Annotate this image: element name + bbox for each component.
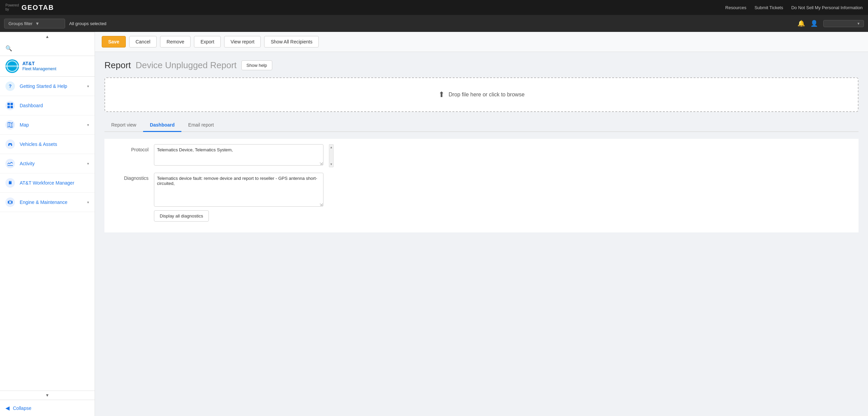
chevron-down-icon: ▼	[35, 21, 40, 26]
protocol-field-row: Protocol Telematics Device, Telematics S…	[104, 144, 859, 167]
tab-report-view[interactable]: Report view	[104, 119, 143, 132]
content-area: Report Device Unplugged Report Show help…	[95, 52, 868, 416]
svg-marker-4	[7, 122, 13, 128]
top-nav-links: Resources Submit Tickets Do Not Sell My …	[725, 5, 863, 10]
display-all-diagnostics-button[interactable]: Display all diagnostics	[154, 210, 209, 222]
att-logo-icon	[5, 59, 19, 73]
svg-rect-3	[11, 106, 13, 108]
sidebar-item-label: Engine & Maintenance	[20, 200, 82, 205]
sidebar-item-label: Dashboard	[20, 103, 89, 108]
sidebar-item-label: Getting Started & Help	[20, 83, 82, 89]
workforce-icon	[5, 178, 15, 188]
chevron-down-icon: ▾	[87, 84, 89, 89]
sidebar-item-getting-started[interactable]: ? Getting Started & Help ▾	[0, 77, 95, 96]
collapse-button[interactable]: ◀ Collapse	[0, 400, 95, 416]
protocol-textarea[interactable]: Telematics Device, Telematics System,	[154, 144, 323, 166]
sidebar-item-dashboard[interactable]: Dashboard	[0, 96, 95, 115]
vehicles-icon	[5, 139, 15, 149]
diagnostics-input-area: Telematics device fault: remove device a…	[154, 173, 323, 222]
protocol-label: Protocol	[108, 144, 149, 152]
cancel-button[interactable]: Cancel	[129, 36, 157, 48]
geotab-logo: GEOTAB	[21, 4, 54, 12]
groups-filter-bar: Groups filter ▼ All groups selected 🔔 👤 …	[0, 15, 868, 32]
scroll-down-icon: ▼	[330, 163, 333, 166]
scroll-up-icon: ▲	[330, 146, 333, 149]
sidebar-item-label: AT&T Workforce Manager	[20, 180, 89, 186]
groups-selected-text: All groups selected	[69, 21, 106, 26]
svg-point-8	[11, 145, 12, 146]
svg-rect-2	[7, 106, 10, 108]
resources-link[interactable]: Resources	[725, 5, 746, 10]
resize-handle-icon: ⤡	[319, 162, 322, 165]
brand-text-area: AT&T Fleet Management	[22, 60, 56, 72]
sidebar-scroll-up-button[interactable]: ▲	[0, 32, 95, 41]
page-subtitle: Device Unplugged Report	[136, 60, 237, 71]
svg-rect-13	[12, 201, 13, 204]
powered-by-text: Poweredby	[5, 3, 19, 12]
chevron-down-icon: ▼	[857, 22, 860, 25]
user-dropdown-button[interactable]: ▼	[823, 20, 864, 27]
map-icon	[5, 120, 15, 130]
show-all-recipients-button[interactable]: Show All Recipients	[264, 36, 319, 48]
svg-rect-1	[11, 103, 13, 105]
groups-filter-label: Groups filter	[8, 21, 33, 26]
sidebar-item-activity[interactable]: Activity ▾	[0, 154, 95, 173]
notification-bell-icon[interactable]: 🔔	[797, 20, 805, 27]
view-report-button[interactable]: View report	[224, 36, 261, 48]
collapse-label: Collapse	[13, 405, 31, 411]
file-drop-zone[interactable]: ⬆ Drop file here or click to browse	[104, 77, 859, 112]
engine-icon	[5, 197, 15, 207]
collapse-arrow-icon: ◀	[5, 405, 9, 411]
sidebar: ▲ 🔍 AT&T Fleet Management ? Getting Star…	[0, 32, 95, 416]
user-profile-icon[interactable]: 👤	[810, 20, 818, 27]
diagnostics-label: Diagnostics	[108, 173, 149, 181]
page-header: Report Device Unplugged Report Show help	[104, 60, 859, 71]
diagnostics-textarea[interactable]: Telematics device fault: remove device a…	[154, 173, 323, 207]
show-help-button[interactable]: Show help	[241, 60, 272, 70]
help-icon: ?	[5, 81, 15, 91]
submit-tickets-link[interactable]: Submit Tickets	[754, 5, 783, 10]
tabs-bar: Report view Dashboard Email report	[104, 119, 859, 132]
svg-point-7	[8, 145, 9, 146]
main-content: Save Cancel Remove Export View report Sh…	[95, 32, 868, 416]
drop-zone-text: Drop file here or click to browse	[449, 92, 525, 98]
sidebar-item-engine[interactable]: Engine & Maintenance ▾	[0, 193, 95, 212]
sidebar-item-label: Vehicles & Assets	[20, 141, 89, 147]
sidebar-item-workforce[interactable]: AT&T Workforce Manager	[0, 173, 95, 193]
dashboard-icon	[5, 101, 15, 110]
remove-button[interactable]: Remove	[160, 36, 191, 48]
svg-rect-12	[8, 201, 9, 204]
top-navigation-bar: Poweredby GEOTAB Resources Submit Ticket…	[0, 0, 868, 15]
chevron-down-icon: ▾	[87, 123, 89, 127]
page-title: Report	[104, 60, 131, 71]
scroll-indicator: ▲ ▼	[329, 144, 334, 167]
svg-point-15	[9, 202, 11, 203]
diagnostics-field-row: Diagnostics Telematics device fault: rem…	[104, 173, 859, 222]
resize-handle-icon: ⤡	[319, 203, 322, 206]
chevron-down-icon: ▾	[87, 162, 89, 166]
groups-filter-button[interactable]: Groups filter ▼	[4, 19, 65, 29]
top-icons-area: 🔔 👤 ▼	[797, 20, 864, 27]
sidebar-item-label: Activity	[20, 161, 82, 166]
sidebar-brand: AT&T Fleet Management	[0, 56, 95, 77]
export-button[interactable]: Export	[194, 36, 220, 48]
svg-rect-0	[7, 103, 10, 105]
logo-area: Poweredby GEOTAB	[5, 3, 54, 12]
form-section: Protocol Telematics Device, Telematics S…	[104, 139, 859, 232]
protocol-input-area: Telematics Device, Telematics System, ⤡	[154, 144, 323, 167]
sidebar-item-vehicles[interactable]: Vehicles & Assets	[0, 135, 95, 154]
sidebar-item-label: Map	[20, 122, 82, 128]
sidebar-scroll-down-button[interactable]: ▼	[0, 391, 95, 400]
sidebar-item-map[interactable]: Map ▾	[0, 115, 95, 135]
sidebar-nav: ? Getting Started & Help ▾ Dashboard Map…	[0, 77, 95, 391]
tab-email-report[interactable]: Email report	[181, 119, 220, 132]
save-button[interactable]: Save	[102, 36, 126, 48]
tab-dashboard[interactable]: Dashboard	[143, 119, 181, 132]
brand-name: AT&T	[22, 60, 56, 67]
search-icon[interactable]: 🔍	[5, 45, 12, 52]
do-not-sell-link[interactable]: Do Not Sell My Personal Information	[791, 5, 863, 10]
brand-sub: Fleet Management	[22, 67, 56, 72]
sidebar-search-area: 🔍	[0, 41, 95, 56]
toolbar: Save Cancel Remove Export View report Sh…	[95, 32, 868, 52]
upload-icon: ⬆	[438, 90, 445, 99]
